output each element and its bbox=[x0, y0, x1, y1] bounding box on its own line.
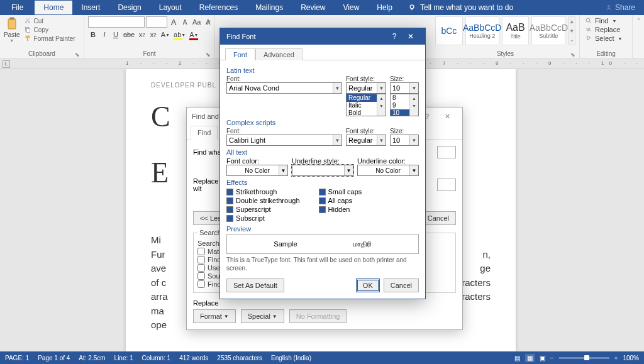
status-language[interactable]: English (India) bbox=[271, 355, 311, 361]
font-size-select[interactable] bbox=[146, 16, 167, 28]
tab-file[interactable]: File bbox=[0, 1, 35, 14]
help-button[interactable]: ? bbox=[386, 32, 402, 41]
chevron-down-icon[interactable]: ▼ bbox=[377, 102, 386, 109]
print-layout-icon[interactable]: ▦ bbox=[525, 354, 535, 362]
tab-font[interactable]: Font bbox=[225, 48, 255, 60]
tab-insert[interactable]: Insert bbox=[72, 1, 109, 14]
tab-home[interactable]: Home bbox=[35, 1, 72, 14]
tab-advanced[interactable]: Advanced bbox=[255, 48, 303, 60]
italic-button[interactable]: I bbox=[99, 29, 109, 40]
text-effects-button[interactable]: A▼ bbox=[160, 29, 171, 40]
styles-scroll[interactable]: ▲▼⌄ bbox=[568, 16, 575, 45]
find-what-input[interactable] bbox=[437, 146, 456, 158]
superscript-button[interactable]: x2 bbox=[148, 29, 158, 40]
find-button[interactable]: Find▼ bbox=[584, 16, 624, 25]
status-words[interactable]: 412 words bbox=[179, 355, 208, 361]
special-button[interactable]: Special bbox=[241, 309, 284, 323]
style-listbox[interactable]: Regular Italic Bold ▲▼ bbox=[346, 94, 386, 116]
font-group-label: Font bbox=[143, 50, 155, 57]
complex-font-combo[interactable]: Calibri Light▼ bbox=[226, 135, 342, 146]
clear-formatting-button[interactable]: A̷ bbox=[203, 16, 213, 28]
styles-launcher-icon[interactable]: ⬊ bbox=[570, 52, 575, 58]
status-column[interactable]: Column: 1 bbox=[142, 355, 171, 361]
tab-find[interactable]: Find bbox=[191, 126, 218, 140]
zoom-out-button[interactable]: − bbox=[550, 355, 554, 361]
chevron-down-icon[interactable]: ▼ bbox=[410, 102, 418, 109]
double-strikethrough-checkbox[interactable]: Double strikethrough bbox=[226, 196, 300, 205]
underline-button[interactable]: U bbox=[111, 29, 121, 40]
font-name-select[interactable] bbox=[88, 16, 145, 28]
replace-with-input[interactable] bbox=[437, 179, 456, 191]
select-button[interactable]: Select▼ bbox=[584, 34, 624, 43]
style-tile-subtitle[interactable]: AaBbCcDSubtitle bbox=[531, 16, 565, 45]
chevron-up-icon[interactable]: ▲ bbox=[410, 94, 418, 102]
complex-size-combo[interactable]: 10▼ bbox=[390, 135, 419, 146]
web-layout-icon[interactable]: ▣ bbox=[540, 355, 545, 361]
no-formatting-button[interactable]: No Formatting bbox=[289, 309, 347, 323]
tab-design[interactable]: Design bbox=[109, 1, 150, 14]
read-mode-icon[interactable]: ▤ bbox=[514, 355, 520, 361]
underline-color-combo[interactable]: No Color▼ bbox=[357, 165, 419, 176]
grow-font-button[interactable]: A bbox=[169, 16, 179, 28]
status-page-of[interactable]: Page 1 of 4 bbox=[38, 355, 70, 361]
style-tile-title[interactable]: AaBTitle bbox=[502, 16, 530, 45]
tab-mailings[interactable]: Mailings bbox=[247, 1, 292, 14]
bold-button[interactable]: B bbox=[88, 29, 98, 40]
hidden-checkbox[interactable]: Hidden bbox=[319, 205, 362, 214]
replace-button[interactable]: Replace bbox=[584, 25, 624, 34]
format-painter-button[interactable]: Format Painter bbox=[23, 34, 77, 43]
style-tile-0[interactable]: bCc bbox=[435, 16, 463, 45]
shrink-font-button[interactable]: A bbox=[180, 16, 190, 28]
highlight-button[interactable]: ab▼ bbox=[172, 29, 187, 40]
tab-view[interactable]: View bbox=[335, 1, 369, 14]
style-tile-heading2[interactable]: AaBbCcDHeading 2 bbox=[465, 16, 499, 45]
status-page[interactable]: PAGE: 1 bbox=[5, 355, 29, 361]
zoom-slider[interactable] bbox=[559, 357, 609, 359]
tab-review[interactable]: Review bbox=[292, 1, 334, 14]
zoom-thumb[interactable] bbox=[584, 355, 589, 360]
tab-references[interactable]: References bbox=[191, 1, 247, 14]
zoom-in-button[interactable]: + bbox=[614, 355, 618, 361]
strikethrough-button[interactable]: abc bbox=[122, 29, 136, 40]
cancel-button[interactable]: Cancel bbox=[421, 211, 456, 225]
status-line[interactable]: Line: 1 bbox=[114, 355, 133, 361]
tab-help[interactable]: Help bbox=[368, 1, 401, 14]
ok-button[interactable]: OK bbox=[356, 279, 380, 292]
find-font-titlebar[interactable]: Find Font ? ✕ bbox=[220, 28, 425, 45]
tab-layout[interactable]: Layout bbox=[150, 1, 191, 14]
font-launcher-icon[interactable]: ⬊ bbox=[206, 52, 211, 58]
font-color-button[interactable]: A▼ bbox=[188, 29, 199, 40]
set-default-button[interactable]: Set As Default bbox=[226, 279, 284, 292]
clipboard-launcher-icon[interactable]: ⬊ bbox=[75, 52, 80, 58]
tab-selector[interactable]: L bbox=[3, 60, 10, 68]
latin-size-combo[interactable]: 10▼ bbox=[390, 82, 419, 94]
complex-style-combo[interactable]: Regular▼ bbox=[346, 135, 386, 146]
format-button[interactable]: Format bbox=[193, 309, 236, 323]
chevron-up-icon[interactable]: ▲ bbox=[377, 94, 386, 102]
status-chars[interactable]: 2535 characters bbox=[217, 355, 262, 361]
font-color-combo[interactable]: No Color▼ bbox=[226, 165, 288, 176]
subscript-checkbox[interactable]: Subscript bbox=[226, 214, 300, 223]
paste-button[interactable]: Paste ▼ bbox=[4, 16, 20, 43]
chevron-down-icon: ▼ bbox=[333, 135, 341, 145]
underline-style-combo[interactable]: ▼ bbox=[292, 165, 353, 176]
cut-button[interactable]: Cut bbox=[23, 16, 77, 25]
close-button[interactable]: ✕ bbox=[402, 32, 419, 41]
small-caps-checkbox[interactable]: Small caps bbox=[319, 187, 362, 196]
share-button[interactable]: Share bbox=[605, 3, 635, 12]
superscript-checkbox[interactable]: Superscript bbox=[226, 205, 300, 214]
latin-style-combo[interactable]: Regular▼ bbox=[346, 82, 386, 94]
size-listbox[interactable]: 8 9 10 ▲▼ bbox=[390, 94, 419, 116]
subscript-button[interactable]: x2 bbox=[137, 29, 147, 40]
close-button[interactable]: ✕ bbox=[437, 113, 457, 121]
tell-me-search[interactable]: Tell me what you want to do bbox=[408, 3, 513, 12]
ribbon-collapse-button[interactable]: ˄ bbox=[633, 15, 644, 58]
strikethrough-checkbox[interactable]: Strikethrough bbox=[226, 187, 300, 196]
all-caps-checkbox[interactable]: All caps bbox=[319, 196, 362, 205]
latin-font-combo[interactable]: Arial Nova Cond▼ bbox=[226, 82, 342, 94]
cancel-button[interactable]: Cancel bbox=[384, 279, 419, 292]
change-case-button[interactable]: Aa bbox=[191, 16, 202, 28]
status-at[interactable]: At: 2.5cm bbox=[79, 355, 105, 361]
zoom-level[interactable]: 100% bbox=[623, 355, 639, 361]
copy-button[interactable]: Copy bbox=[23, 25, 77, 34]
